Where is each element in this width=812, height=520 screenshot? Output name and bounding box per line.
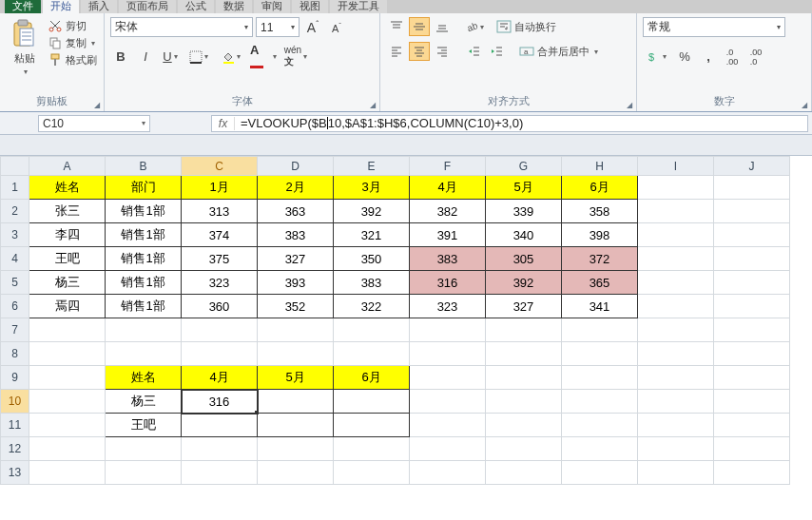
cell-B4[interactable]: 销售1部: [106, 247, 182, 271]
cell-F10[interactable]: [410, 390, 486, 414]
row-header-1[interactable]: 1: [1, 176, 29, 200]
cell-D5[interactable]: 393: [258, 271, 334, 295]
cell-B8[interactable]: [106, 342, 182, 366]
bold-button[interactable]: B: [110, 47, 131, 67]
cell-E11[interactable]: [334, 414, 410, 437]
cell-J7[interactable]: [714, 318, 790, 342]
cell-F6[interactable]: 323: [410, 295, 486, 318]
cell-D4[interactable]: 327: [258, 247, 334, 271]
cell-B9[interactable]: 姓名: [106, 366, 182, 390]
cell-F7[interactable]: [410, 318, 486, 342]
cell-J12[interactable]: [714, 437, 790, 461]
copy-button[interactable]: 复制▾: [48, 34, 97, 51]
cell-H10[interactable]: [562, 390, 638, 414]
cell-A2[interactable]: 张三: [29, 200, 106, 223]
orientation-button[interactable]: ab▾: [464, 17, 485, 36]
cell-D10[interactable]: [258, 390, 334, 414]
cell-H9[interactable]: [562, 366, 638, 390]
cell-A7[interactable]: [29, 318, 106, 342]
cell-I6[interactable]: [638, 295, 714, 318]
cell-D6[interactable]: 352: [258, 295, 334, 318]
cell-E7[interactable]: [334, 318, 410, 342]
col-header-E[interactable]: E: [334, 157, 410, 176]
increase-indent-button[interactable]: [487, 42, 508, 61]
cell-H8[interactable]: [562, 342, 638, 366]
cell-I12[interactable]: [638, 437, 714, 461]
row-header-11[interactable]: 11: [1, 414, 29, 437]
cell-C4[interactable]: 375: [182, 247, 258, 271]
cell-J9[interactable]: [714, 366, 790, 390]
cell-C9[interactable]: 4月: [182, 366, 258, 390]
cell-E5[interactable]: 383: [334, 271, 410, 295]
cell-G13[interactable]: [486, 461, 562, 485]
cell-C6[interactable]: 360: [182, 295, 258, 318]
cell-H11[interactable]: [562, 414, 638, 437]
border-button[interactable]: ▾: [184, 47, 213, 67]
cell-B6[interactable]: 销售1部: [106, 295, 182, 318]
wrap-text-button[interactable]: 自动换行: [496, 18, 556, 35]
cell-H12[interactable]: [562, 437, 638, 461]
cell-E2[interactable]: 392: [334, 200, 410, 223]
cell-G8[interactable]: [486, 342, 562, 366]
formula-input[interactable]: =VLOOKUP($B10,$A$1:$H$6,COLUMN(C10)+3,0): [235, 116, 807, 131]
cell-H5[interactable]: 365: [562, 271, 638, 295]
row-header-4[interactable]: 4: [1, 247, 29, 271]
align-middle-button[interactable]: [409, 17, 430, 36]
tab-dev[interactable]: 开发工具: [330, 0, 387, 13]
cell-B7[interactable]: [106, 318, 182, 342]
cell-F11[interactable]: [410, 414, 486, 437]
cell-A5[interactable]: 杨三: [29, 271, 106, 295]
row-header-7[interactable]: 7: [1, 318, 29, 342]
cell-J11[interactable]: [714, 414, 790, 437]
fx-button[interactable]: fx: [212, 117, 235, 130]
cell-J6[interactable]: [714, 295, 790, 318]
cell-I4[interactable]: [638, 247, 714, 271]
align-bottom-button[interactable]: [432, 17, 453, 36]
col-header-I[interactable]: I: [638, 157, 714, 176]
format-painter-button[interactable]: 格式刷: [48, 51, 97, 68]
cell-C11[interactable]: [182, 414, 258, 437]
cell-I3[interactable]: [638, 223, 714, 247]
italic-button[interactable]: I: [135, 47, 156, 67]
tab-view[interactable]: 视图: [292, 0, 328, 13]
cell-D12[interactable]: [258, 437, 334, 461]
cell-I8[interactable]: [638, 342, 714, 366]
cell-E6[interactable]: 322: [334, 295, 410, 318]
align-left-button[interactable]: [386, 42, 407, 61]
cell-G3[interactable]: 340: [486, 223, 562, 247]
cell-F3[interactable]: 391: [410, 223, 486, 247]
col-header-A[interactable]: A: [29, 157, 106, 176]
cell-I1[interactable]: [638, 176, 714, 200]
merge-center-button[interactable]: a 合并后居中▾: [519, 43, 598, 60]
cell-I13[interactable]: [638, 461, 714, 485]
cell-B1[interactable]: 部门: [106, 176, 182, 200]
cell-I9[interactable]: [638, 366, 714, 390]
cell-I11[interactable]: [638, 414, 714, 437]
tab-insert[interactable]: 插入: [81, 0, 117, 13]
name-box[interactable]: C10▾: [38, 115, 150, 132]
cell-F9[interactable]: [410, 366, 486, 390]
cell-C5[interactable]: 323: [182, 271, 258, 295]
number-format-combo[interactable]: 常规▾: [643, 17, 785, 37]
increase-decimal-button[interactable]: .0.00: [722, 47, 743, 67]
cell-J8[interactable]: [714, 342, 790, 366]
cell-F13[interactable]: [410, 461, 486, 485]
cell-D2[interactable]: 363: [258, 200, 334, 223]
cell-D8[interactable]: [258, 342, 334, 366]
cell-B13[interactable]: [106, 461, 182, 485]
cell-H13[interactable]: [562, 461, 638, 485]
fill-color-button[interactable]: ▾: [217, 47, 245, 67]
cell-C7[interactable]: [182, 318, 258, 342]
cell-J4[interactable]: [714, 247, 790, 271]
cell-H6[interactable]: 341: [562, 295, 638, 318]
cell-I2[interactable]: [638, 200, 714, 223]
tab-data[interactable]: 数据: [216, 0, 252, 13]
cell-F1[interactable]: 4月: [410, 176, 486, 200]
cell-A3[interactable]: 李四: [29, 223, 106, 247]
row-header-10[interactable]: 10: [1, 390, 29, 414]
cell-C12[interactable]: [182, 437, 258, 461]
cell-J10[interactable]: [714, 390, 790, 414]
tab-layout[interactable]: 页面布局: [119, 0, 176, 13]
cell-J2[interactable]: [714, 200, 790, 223]
cell-B5[interactable]: 销售1部: [106, 271, 182, 295]
